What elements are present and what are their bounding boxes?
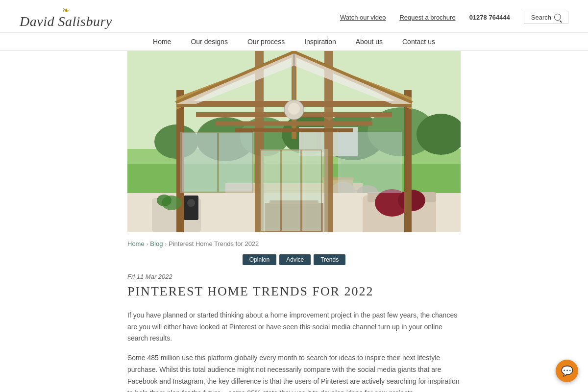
svg-rect-48 [281,150,301,231]
hero-image-container [0,51,588,232]
search-icon [554,14,561,21]
main-nav: Home Our designs Our process Inspiration… [0,33,588,51]
svg-point-57 [157,195,172,206]
logo-area: ❧ David Salisbury [20,5,112,29]
nav-designs[interactable]: Our designs [191,38,227,46]
tags-container: Opinion Advice Trends [127,254,461,265]
nav-about[interactable]: About us [356,38,383,46]
tag-trends[interactable]: Trends [314,254,345,265]
tag-advice[interactable]: Advice [279,254,311,265]
request-brochure-link[interactable]: Request a brochure [399,14,455,21]
search-label: Search [531,14,551,21]
nav-inspiration[interactable]: Inspiration [304,38,336,46]
svg-point-55 [187,199,195,207]
svg-rect-11 [304,132,316,149]
tag-opinion[interactable]: Opinion [243,254,276,265]
svg-rect-53 [219,133,253,192]
article-title: PINTEREST HOME TRENDS FOR 2022 [127,283,461,300]
logo-text: David Salisbury [20,14,112,29]
phone-number[interactable]: 01278 764444 [469,14,510,21]
svg-point-45 [288,103,300,115]
svg-rect-52 [181,133,218,192]
svg-rect-47 [261,150,280,231]
hero-image [127,51,461,232]
breadcrumb-sep-1: › [147,241,148,247]
breadcrumb: Home › Blog › Pinterest Home Trends for … [127,240,461,247]
search-button[interactable]: Search [524,11,568,24]
nav-process[interactable]: Our process [247,38,285,46]
breadcrumb-current: Pinterest Home Trends for 2022 [169,240,259,247]
header: ❧ David Salisbury Watch our video Reques… [0,0,588,51]
svg-rect-49 [302,150,321,231]
article-date: Fri 11 Mar 2022 [127,273,461,280]
watch-video-link[interactable]: Watch our video [340,14,386,21]
svg-rect-33 [404,90,412,232]
breadcrumb-sep-2: › [165,241,167,247]
nav-contact[interactable]: Contact us [402,38,435,46]
top-bar: ❧ David Salisbury Watch our video Reques… [0,0,588,33]
nav-home[interactable]: Home [153,38,171,46]
chat-bubble[interactable]: 💬 [556,360,578,382]
svg-rect-51 [338,132,402,193]
chat-icon: 💬 [561,365,573,377]
article-para-1: If you have planned or started thinking … [127,310,461,344]
article-para-2: Some 485 million use this platform globa… [127,352,461,392]
top-links: Watch our video Request a brochure 01278… [340,11,568,24]
breadcrumb-home[interactable]: Home [127,240,145,247]
content-wrap: Home › Blog › Pinterest Home Trends for … [127,232,461,392]
breadcrumb-blog[interactable]: Blog [150,240,163,247]
